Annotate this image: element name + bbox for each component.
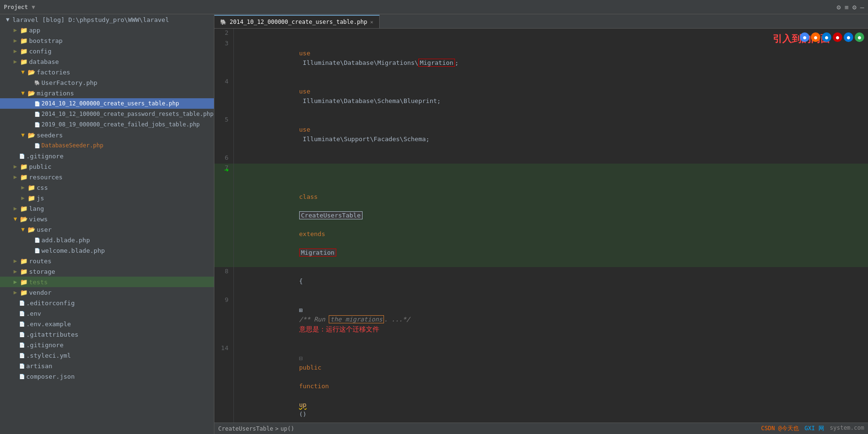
site-label: GXI 网	[805, 424, 824, 433]
keyword-use: use	[299, 126, 310, 133]
tree-item-seeders[interactable]: ▼ 📂 seeders	[0, 130, 214, 140]
tree-item-root[interactable]: ▼ laravel [blog] D:\phpstudy_pro\WWW\lar…	[0, 14, 214, 25]
tree-item-config[interactable]: ▶ 📁 config	[0, 46, 214, 56]
arrow-icon: ▶	[11, 289, 19, 296]
tree-item-views[interactable]: ▼ 📂 views	[0, 214, 214, 224]
gitignore-db-label: .gitignore	[26, 153, 63, 160]
tab-close-button[interactable]: ×	[370, 19, 373, 25]
php-icon: 📄	[34, 122, 40, 127]
space	[299, 392, 303, 399]
tree-item-styleci[interactable]: 📄 .styleci.yml	[0, 350, 214, 361]
tree-item-storage[interactable]: ▶ 📁 storage	[0, 266, 214, 277]
folder-icon: 📁	[20, 205, 28, 212]
minimize-icon[interactable]: —	[860, 3, 864, 11]
blade-icon: 📄	[34, 248, 40, 253]
css-label: css	[37, 184, 48, 191]
arrow-icon: ▶	[11, 58, 19, 65]
tree-item-editorconfig[interactable]: 📄 .editorconfig	[0, 298, 214, 308]
tree-item-public[interactable]: ▶ 📁 public	[0, 161, 214, 172]
tree-item-seeder[interactable]: 📄 DatabaseSeeder.php	[0, 140, 214, 151]
arrow-icon: ▼	[19, 132, 27, 138]
tree-item-vendor[interactable]: ▶ 📁 vendor	[0, 287, 214, 298]
layout-icon[interactable]: ≡	[845, 3, 848, 11]
userfactory-label: UserFactory.php	[41, 79, 97, 86]
tree-item-gitignore[interactable]: 📄 .gitignore	[0, 340, 214, 350]
tree-item-database[interactable]: ▶ 📁 database	[0, 56, 214, 67]
tests-label: tests	[29, 279, 48, 286]
file-icon: 📄	[19, 363, 25, 369]
file-icon: 📄	[19, 321, 25, 327]
tree-item-factories[interactable]: ▼ 📂 factories	[0, 67, 214, 77]
punct: ;	[455, 59, 459, 66]
tree-item-users-migration[interactable]: 📄 2014_10_12_000000_create_users_table.p…	[0, 98, 214, 109]
database-label: database	[29, 58, 59, 65]
folder-icon: 📁	[20, 279, 28, 286]
tree-item-migrations[interactable]: ▼ 📂 migrations	[0, 88, 214, 98]
arrow-icon: ▼	[19, 90, 27, 96]
space	[299, 202, 303, 209]
line-content: use Illuminate\Database\Schema\Blueprint…	[233, 77, 868, 115]
line-num: 8	[214, 267, 233, 296]
settings-icon[interactable]: ⚙	[837, 3, 840, 11]
line-content: use Illuminate\Database\Migrations\Migra…	[233, 39, 868, 77]
gear-icon[interactable]: ⚙	[852, 3, 856, 11]
green-arrow: ➜	[224, 165, 229, 176]
add-blade-label: add.blade.php	[41, 237, 90, 244]
tree-item-add-blade[interactable]: 📄 add.blade.php	[0, 235, 214, 245]
line-num: 6	[214, 154, 233, 164]
tree-item-welcome-blade[interactable]: 📄 welcome.blade.php	[0, 245, 214, 256]
line-num: 14	[214, 344, 233, 423]
seeders-label: seeders	[37, 132, 63, 139]
tree-item-failed-jobs-migration[interactable]: 📄 2019_08_19_000000_create_failed_jobs_t…	[0, 119, 214, 130]
code-line-4: 4 use Illuminate\Database\Schema\Bluepri…	[214, 77, 868, 115]
tree-item-composer[interactable]: 📄 composer.json	[0, 371, 214, 382]
folder-icon: 📁	[20, 163, 28, 170]
tree-item-gitattributes[interactable]: 📄 .gitattributes	[0, 329, 214, 340]
tree-item-user[interactable]: ▼ 📂 user	[0, 224, 214, 235]
tree-item-artisan[interactable]: 📄 artisan	[0, 361, 214, 371]
blade-icon: 📄	[34, 238, 40, 243]
gitignore-label: .gitignore	[26, 341, 63, 349]
line-content: ⊞ /** Run the migrations. ...*/ 意思是：运行这个…	[233, 296, 868, 344]
code-line-14: 14 ⊟ public function up ()	[214, 344, 868, 423]
file-icon: 📄	[19, 300, 25, 306]
tree-item-env-example[interactable]: 📄 .env.example	[0, 319, 214, 329]
tree-item-app[interactable]: ▶ 📁 app	[0, 25, 214, 35]
file-icon: 📄	[19, 311, 25, 316]
tree-item-gitignore-db[interactable]: 📄 .gitignore	[0, 151, 214, 161]
tree-item-password-migration[interactable]: 📄 2014_10_12_100000_create_password_rese…	[0, 109, 214, 119]
code-editor[interactable]: 引入到的门面 ● ● ● ● ● ● 2	[214, 29, 868, 423]
tree-item-env[interactable]: 📄 .env	[0, 308, 214, 319]
gitattributes-label: .gitattributes	[26, 331, 79, 338]
arrow-icon: ▶	[11, 27, 19, 33]
tree-item-tests[interactable]: ▶ 📁 tests	[0, 277, 214, 287]
tree-item-bootstrap[interactable]: ▶ 📁 bootstrap	[0, 35, 214, 46]
tree-item-routes[interactable]: ▶ 📁 routes	[0, 256, 214, 266]
folder-icon: 📁	[20, 48, 28, 55]
space	[299, 373, 303, 381]
space	[299, 239, 303, 247]
line-num: 5	[214, 115, 233, 154]
line-content	[233, 154, 868, 164]
breadcrumb-method: up()	[281, 425, 294, 432]
tree-item-lang[interactable]: ▶ 📁 lang	[0, 203, 214, 214]
folder-open-icon: 📂	[28, 226, 35, 233]
storage-label: storage	[29, 268, 55, 275]
tree-item-js[interactable]: ▶ 📁 js	[0, 193, 214, 203]
arrow-icon: ▶	[11, 48, 19, 54]
dropdown-arrow[interactable]: ▼	[32, 4, 35, 10]
arrow-icon: ▼	[11, 216, 19, 222]
file-icon: 📄	[19, 374, 25, 379]
arrow-icon: ▶	[11, 279, 19, 285]
line-content	[233, 29, 868, 39]
line-num: 3	[214, 39, 233, 77]
comment-run: /** Run	[299, 316, 329, 323]
line-num: 7	[214, 164, 233, 267]
tree-item-userfactory[interactable]: 🐘 UserFactory.php	[0, 77, 214, 88]
active-tab[interactable]: 🐘 2014_10_12_000000_create_users_table.p…	[214, 15, 380, 28]
csdn-label: CSDN @今天也	[761, 424, 798, 433]
tree-item-css[interactable]: ▶ 📁 css	[0, 182, 214, 193]
php-icon: 📄	[34, 112, 40, 117]
php-icon: 🐘	[34, 80, 40, 85]
tree-item-resources[interactable]: ▶ 📁 resources	[0, 172, 214, 182]
